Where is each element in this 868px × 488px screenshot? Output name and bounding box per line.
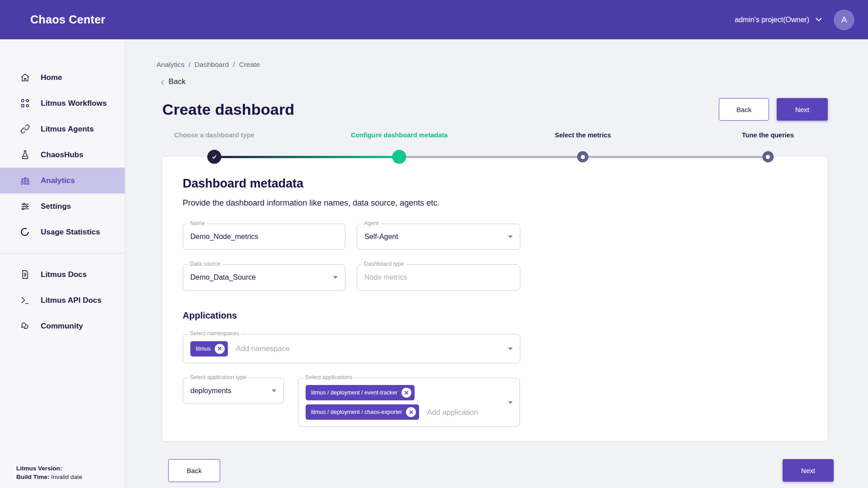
sidebar: Home Litmus Workflows Litmus Agents Chao…: [0, 39, 125, 488]
dashboard-metadata-card: Dashboard metadata Provide the dashboard…: [162, 157, 828, 441]
add-application-placeholder[interactable]: Add application: [427, 408, 478, 417]
namespaces-field[interactable]: Select namespaces litmus ✕ Add namespace: [183, 334, 520, 363]
project-label: admin's project(Owner): [735, 16, 809, 24]
applications-heading: Applications: [183, 310, 807, 321]
application-type-select[interactable]: Select application type deployments: [183, 378, 284, 404]
breadcrumb-create[interactable]: Create: [239, 61, 260, 69]
sidebar-divider: [0, 253, 125, 253]
main-content: Analytics / Dashboard / Create ‹ Back Cr…: [125, 39, 868, 488]
name-input[interactable]: [190, 233, 338, 241]
home-icon: [20, 72, 30, 83]
breadcrumb: Analytics / Dashboard / Create: [156, 61, 828, 69]
sidebar-item-settings[interactable]: Settings: [0, 193, 125, 219]
dropdown-caret-icon: [508, 347, 513, 350]
analytics-icon: [20, 175, 30, 186]
sidebar-version-info: Litmus Version: Build Time: Invalid date: [16, 464, 82, 482]
usage-circle-icon: [20, 227, 30, 237]
chat-bubbles-icon: [20, 321, 30, 331]
step-label-2: Configure dashboard metadata: [351, 131, 448, 139]
stepper: Choose a dashboard type Configure dashbo…: [162, 131, 828, 164]
back-button-bottom[interactable]: Back: [168, 459, 220, 482]
step-label-4: Tune the queries: [742, 131, 794, 139]
dashboard-type-field[interactable]: Dashboard type: [357, 264, 520, 291]
data-source-select[interactable]: Data source Demo_Data_Source: [183, 264, 345, 291]
sidebar-item-litmus-workflows[interactable]: Litmus Workflows: [0, 90, 125, 116]
sliders-icon: [20, 201, 30, 211]
name-field[interactable]: Name: [183, 224, 345, 250]
sidebar-item-community[interactable]: Community: [0, 313, 125, 339]
back-button-top[interactable]: Back: [719, 98, 769, 121]
dashboard-type-input[interactable]: [364, 273, 513, 282]
next-button-top[interactable]: Next: [777, 98, 828, 121]
agent-select[interactable]: Agent Self-Agent: [357, 224, 520, 250]
stepper-connector-done: [214, 156, 399, 158]
workflows-icon: [20, 98, 30, 108]
applications-select-field[interactable]: Select applications litmus / deployment …: [298, 378, 520, 427]
chip-remove-icon[interactable]: ✕: [406, 407, 416, 417]
step-dot-completed[interactable]: [207, 150, 221, 164]
dropdown-caret-icon: [272, 389, 276, 392]
add-namespace-placeholder[interactable]: Add namespace: [236, 344, 290, 353]
check-icon: [211, 154, 217, 160]
avatar[interactable]: A: [834, 9, 854, 30]
step-label-1: Choose a dashboard type: [174, 131, 254, 139]
application-chip: litmus / deployment / chaos-exporter ✕: [306, 404, 419, 420]
dropdown-caret-icon: [508, 401, 513, 404]
chip-remove-icon[interactable]: ✕: [215, 344, 225, 354]
application-chip: litmus / deployment / event-tracker ✕: [306, 385, 415, 400]
breadcrumb-analytics[interactable]: Analytics: [156, 61, 184, 69]
dropdown-caret-icon: [333, 276, 338, 279]
sidebar-item-litmus-agents[interactable]: Litmus Agents: [0, 116, 125, 142]
next-button-bottom[interactable]: Next: [783, 459, 834, 482]
terminal-icon: [20, 295, 30, 305]
dropdown-caret-icon: [508, 235, 513, 238]
flask-icon: [20, 150, 30, 160]
sidebar-item-usage-statistics[interactable]: Usage Statistics: [0, 219, 125, 245]
card-heading: Dashboard metadata: [183, 177, 807, 191]
sidebar-item-chaoshubs[interactable]: ChaosHubs: [0, 142, 125, 168]
sidebar-item-home[interactable]: Home: [0, 65, 125, 90]
link-icon: [20, 124, 30, 134]
app-header: Chaos Center admin's project(Owner) A: [0, 0, 868, 39]
sidebar-item-analytics[interactable]: Analytics: [0, 168, 125, 193]
chip-remove-icon[interactable]: ✕: [401, 388, 411, 398]
namespace-chip: litmus ✕: [190, 341, 228, 357]
step-dot-queries[interactable]: [762, 151, 774, 163]
chevron-down-icon: [816, 18, 822, 22]
step-dot-metrics[interactable]: [577, 151, 589, 163]
sidebar-item-litmus-docs[interactable]: Litmus Docs: [0, 262, 125, 287]
step-dot-active[interactable]: [392, 150, 406, 164]
breadcrumb-dashboard[interactable]: Dashboard: [194, 61, 229, 69]
document-icon: [20, 269, 30, 280]
page-title: Create dashboard: [162, 101, 294, 118]
step-label-3: Select the metrics: [555, 131, 611, 139]
app-title: Chaos Center: [30, 13, 105, 26]
card-subheading: Provide the dashboard information like n…: [183, 198, 807, 208]
chevron-left-icon: ‹: [161, 76, 164, 88]
sidebar-item-litmus-api-docs[interactable]: Litmus API Docs: [0, 287, 125, 313]
project-selector[interactable]: admin's project(Owner): [735, 16, 822, 24]
back-link[interactable]: ‹ Back: [161, 77, 828, 86]
